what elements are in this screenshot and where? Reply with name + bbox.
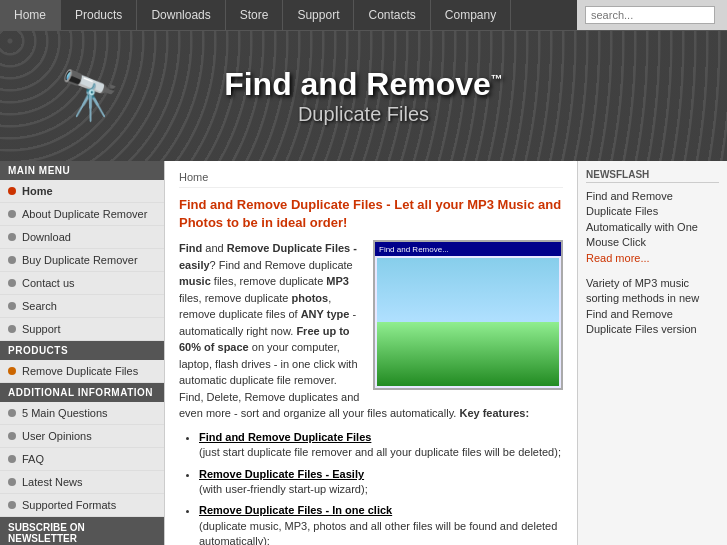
bullet-icon	[8, 302, 16, 310]
hero-content: Find and Remove™ Duplicate Files	[224, 66, 503, 126]
bullet-icon	[8, 187, 16, 195]
bullet-icon	[8, 367, 16, 375]
window-title: Find and Remove...	[379, 245, 449, 254]
newsflash-header: NEWSFLASH	[586, 169, 719, 183]
page-heading: Find and Remove Duplicate Files - Let al…	[179, 196, 563, 232]
products-header: PRODUCTS	[0, 341, 164, 360]
ground-graphic	[377, 322, 559, 386]
newsflash-panel: NEWSFLASH Find and Remove Duplicate File…	[577, 161, 727, 545]
sidebar-item-supported-formats[interactable]: Supported Formats	[0, 494, 164, 517]
sidebar-item-remove-duplicates[interactable]: Remove Duplicate Files	[0, 360, 164, 383]
main-menu-header: MAIN MENU	[0, 161, 164, 180]
hero-subtitle: Duplicate Files	[224, 103, 503, 126]
main-content: Home Find and Remove Duplicate Files - L…	[165, 161, 577, 545]
nav-contacts[interactable]: Contacts	[354, 0, 430, 30]
newsflash-item-1: Find and Remove Duplicate Files Automati…	[586, 189, 719, 266]
sidebar: MAIN MENU Home About Duplicate Remover D…	[0, 161, 165, 545]
sky-graphic	[377, 258, 559, 322]
bullet-icon	[8, 409, 16, 417]
bullet-icon	[8, 256, 16, 264]
feature-desc: (with user-friendly start-up wizard);	[199, 483, 368, 495]
breadcrumb: Home	[179, 171, 563, 188]
sidebar-item-download[interactable]: Download	[0, 226, 164, 249]
nav-company[interactable]: Company	[431, 0, 511, 30]
bullet-icon	[8, 501, 16, 509]
sidebar-item-latest-news[interactable]: Latest News	[0, 471, 164, 494]
list-item: Find and Remove Duplicate Files (just st…	[199, 430, 563, 461]
bullet-icon	[8, 210, 16, 218]
bullet-icon	[8, 279, 16, 287]
read-more-link-1[interactable]: Read more...	[586, 252, 650, 264]
search-input[interactable]	[585, 6, 715, 24]
sidebar-item-search[interactable]: Search	[0, 295, 164, 318]
bullet-icon	[8, 432, 16, 440]
hero-title: Find and Remove™	[224, 66, 503, 103]
bullet-icon	[8, 325, 16, 333]
screenshot-image: Find and Remove...	[373, 240, 563, 390]
window-titlebar: Find and Remove...	[375, 242, 561, 256]
sidebar-item-5questions[interactable]: 5 Main Questions	[0, 402, 164, 425]
newsflash-text-1: Find and Remove Duplicate Files Automati…	[586, 190, 698, 248]
window-content	[375, 256, 561, 388]
binoculars-icon: 🔭	[60, 68, 120, 124]
bullet-icon	[8, 478, 16, 486]
features-list: Find and Remove Duplicate Files (just st…	[199, 430, 563, 545]
sidebar-item-about[interactable]: About Duplicate Remover	[0, 203, 164, 226]
newsflash-item-2: Variety of MP3 music sorting methods in …	[586, 276, 719, 338]
nav-products[interactable]: Products	[61, 0, 137, 30]
nav-support[interactable]: Support	[283, 0, 354, 30]
hero-banner: 🔭 Find and Remove™ Duplicate Files	[0, 31, 727, 161]
list-item: Remove Duplicate Files - Easily (with us…	[199, 467, 563, 498]
feature-title: Remove Duplicate Files - In one click	[199, 503, 563, 518]
feature-title: Find and Remove Duplicate Files	[199, 430, 563, 445]
sidebar-item-faq[interactable]: FAQ	[0, 448, 164, 471]
sidebar-item-home[interactable]: Home	[0, 180, 164, 203]
main-layout: MAIN MENU Home About Duplicate Remover D…	[0, 161, 727, 545]
sidebar-item-buy[interactable]: Buy Duplicate Remover	[0, 249, 164, 272]
sidebar-item-support[interactable]: Support	[0, 318, 164, 341]
feature-desc: (duplicate music, MP3, photos and all ot…	[199, 520, 557, 545]
newsflash-text-2: Variety of MP3 music sorting methods in …	[586, 277, 699, 335]
top-navigation: Home Products Downloads Store Support Co…	[0, 0, 727, 31]
nav-downloads[interactable]: Downloads	[137, 0, 225, 30]
bullet-icon	[8, 233, 16, 241]
sidebar-item-contact[interactable]: Contact us	[0, 272, 164, 295]
feature-desc: (just start duplicate file remover and a…	[199, 446, 561, 458]
additional-header: ADDITIONAL INFORMATION	[0, 383, 164, 402]
nav-store[interactable]: Store	[226, 0, 284, 30]
search-area	[577, 0, 727, 30]
feature-title: Remove Duplicate Files - Easily	[199, 467, 563, 482]
bullet-icon	[8, 455, 16, 463]
list-item: Remove Duplicate Files - In one click (d…	[199, 503, 563, 545]
subscribe-button[interactable]: SUBSCRIBE ON NEWSLETTER	[0, 517, 164, 545]
nav-home[interactable]: Home	[0, 0, 61, 30]
sidebar-item-user-opinions[interactable]: User Opinions	[0, 425, 164, 448]
